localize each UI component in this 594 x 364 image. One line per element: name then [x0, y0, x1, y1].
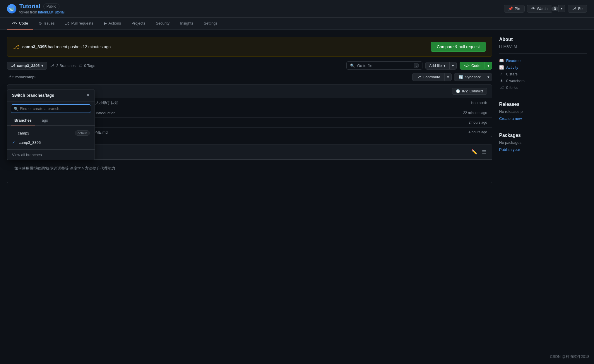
releases-title: Releases	[499, 102, 587, 107]
tab-security[interactable]: Security	[151, 18, 174, 30]
branches-icon: ⎇	[50, 63, 54, 68]
pin-button[interactable]: 📌 Pin	[504, 5, 525, 13]
branch-bar: ⎇ camp3_3395 ▾ ⎇ 2 Branches 🏷 0 Tags 🔍 G…	[7, 61, 492, 70]
fork-info: forked from InternLM/Tutorial	[19, 10, 64, 14]
fork-icon: ⎇	[572, 6, 576, 11]
eye-stat-icon: 👁	[499, 79, 504, 83]
file-commit-message: add git_3395_introduction	[72, 111, 460, 115]
tab-settings[interactable]: Settings	[199, 18, 222, 30]
push-banner: ⎇ camp3_3395 had recent pushes 12 minute…	[7, 37, 492, 57]
packages-section: Packages No packages Publish your	[499, 133, 587, 152]
code-button[interactable]: </> Code	[460, 62, 485, 70]
create-new-release-link[interactable]: Create a new	[499, 116, 522, 121]
file-commit-message: 3395	[72, 120, 465, 125]
file-commit-message: XTuner微调个人小助手认知	[72, 100, 468, 106]
contribute-button-group: ⎇ Contribute ▾	[412, 73, 452, 81]
go-to-file-area[interactable]: 🔍 Go to file t	[346, 61, 422, 70]
branches-tab[interactable]: Branches	[11, 116, 35, 125]
main-layout: ⎇ camp3_3395 had recent pushes 12 minute…	[0, 30, 594, 190]
repo-name[interactable]: Tutorial	[19, 3, 40, 10]
sync-fork-button-group: 🔄 Sync fork ▾	[454, 73, 492, 81]
visibility-badge: Public	[43, 4, 59, 9]
code-dropdown-button[interactable]: ▾	[485, 62, 492, 70]
tags-tab[interactable]: Tags	[36, 116, 51, 125]
fork-button[interactable]: ⎇ Fo	[568, 5, 587, 13]
tags-link[interactable]: 🏷 0 Tags	[78, 63, 95, 68]
branch-item-camp3[interactable]: camp3 default	[7, 128, 95, 138]
releases-text: No releases p	[499, 109, 587, 114]
readme-actions: ✏️ ☰	[470, 148, 487, 156]
contribute-main-button[interactable]: ⎇ Contribute	[412, 73, 444, 81]
publish-package-link[interactable]: Publish your	[499, 147, 520, 152]
repo-avatar: 🐋	[7, 4, 16, 13]
clock-icon: 🕐	[456, 89, 460, 93]
branch-tabs: Branches Tags	[7, 116, 95, 126]
repo-title-area: 🐋 Tutorial Public forked from InternLM/T…	[7, 3, 64, 14]
watch-dropdown-button[interactable]: ▾	[558, 5, 565, 12]
branch-item-camp3-3395[interactable]: ✓ camp3_3395	[7, 138, 95, 147]
push-banner-left: ⎇ camp3_3395 had recent pushes 12 minute…	[13, 44, 111, 50]
tab-pull-requests[interactable]: ⎇ Pull requests	[60, 18, 98, 30]
file-timestamp: 22 minutes ago	[463, 111, 487, 115]
packages-title: Packages	[499, 133, 587, 138]
watch-count: 0	[552, 6, 558, 11]
description-text: LLM&VLM	[499, 44, 587, 49]
activity-stat[interactable]: 📈 Activity	[499, 65, 587, 70]
commits-button[interactable]: 🕐 872 Commits	[452, 88, 487, 95]
tab-projects[interactable]: Projects	[127, 18, 150, 30]
watchers-stat[interactable]: 👁 0 watchers	[499, 79, 587, 83]
file-timestamp: 4 hours ago	[469, 130, 487, 134]
tab-code[interactable]: </> Code	[7, 18, 33, 30]
add-file-button[interactable]: Add file ▾	[425, 62, 449, 70]
readme-list-button[interactable]: ☰	[481, 148, 487, 156]
fork-stat-icon: ⎇	[499, 85, 504, 90]
actions-icon: ▶	[104, 21, 107, 25]
stars-stat[interactable]: ☆ 0 stars	[499, 72, 587, 76]
fork-source-link[interactable]: InternLM/Tutorial	[38, 10, 64, 14]
tab-issues[interactable]: ⊙ Issues	[34, 18, 59, 30]
branch-dropdown: Switch branches/tags ✕ 🔍 Branches Tags c…	[7, 89, 95, 160]
top-header: 🐋 Tutorial Public forked from InternLM/T…	[0, 0, 594, 18]
branch-dropdown-title: Switch branches/tags	[12, 93, 54, 98]
contribute-dropdown-button[interactable]: ▾	[444, 73, 452, 81]
branch-search-wrapper: 🔍	[11, 104, 91, 113]
about-title: About	[499, 37, 587, 42]
tab-actions[interactable]: ▶ Actions	[99, 18, 126, 30]
readme-link[interactable]: Readme	[506, 58, 521, 63]
branch-selector-button[interactable]: ⎇ camp3_3395 ▾	[7, 62, 47, 70]
branch-dropdown-close[interactable]: ✕	[86, 93, 90, 98]
releases-divider	[499, 97, 587, 97]
sync-fork-main-button[interactable]: 🔄 Sync fork	[454, 73, 485, 81]
branch-search-input[interactable]	[11, 104, 91, 113]
right-sidebar: About LLM&VLM 📖 Readme 📈 Activity ☆ 0 st…	[499, 37, 587, 183]
tag-icon: 🏷	[78, 63, 82, 68]
add-file-dropdown[interactable]: ▾	[449, 62, 457, 70]
book-stat-icon: 📖	[499, 58, 504, 63]
readme-edit-button[interactable]: ✏️	[470, 148, 478, 156]
packages-divider	[499, 128, 587, 128]
watch-main-button[interactable]: 👁 Watch	[527, 5, 552, 13]
branch-list: camp3 default ✓ camp3_3395	[7, 126, 95, 149]
activity-link[interactable]: Activity	[506, 65, 518, 70]
tab-insights[interactable]: Insights	[175, 18, 198, 30]
packages-text: No packages	[499, 140, 587, 145]
file-commit-message: Update README.md	[72, 130, 465, 134]
add-file-group: Add file ▾ ▾	[425, 62, 457, 70]
compare-pull-request-button[interactable]: Compare & pull request	[431, 42, 486, 52]
forks-stat[interactable]: ⎇ 0 forks	[499, 85, 587, 90]
checkmark-icon: ✓	[12, 140, 15, 145]
repo-actions-row: ⎇ tutorial:camp3 . ⎇ Contribute ▾ 🔄 Sync…	[7, 73, 492, 81]
readme-content: 如何使用模型微调/提示词调整等 深度学习方法提升代理能力	[14, 165, 485, 172]
view-all-branches-link[interactable]: View all branches	[7, 149, 95, 160]
sync-fork-dropdown-button[interactable]: ▾	[485, 73, 492, 81]
readme-stat[interactable]: 📖 Readme	[499, 58, 587, 63]
header-title-block: Tutorial Public forked from InternLM/Tut…	[19, 3, 64, 14]
branches-link[interactable]: ⎇ 2 Branches	[50, 63, 76, 68]
branch-search-icon: 🔍	[14, 106, 18, 111]
star-icon: ☆	[499, 72, 504, 76]
code-group: </> Code ▾	[460, 62, 492, 70]
pin-icon: 📌	[508, 6, 513, 11]
file-timestamp: last month	[471, 101, 487, 105]
branch-icon: ⎇	[11, 63, 15, 68]
contribute-icon: ⎇	[417, 75, 421, 79]
